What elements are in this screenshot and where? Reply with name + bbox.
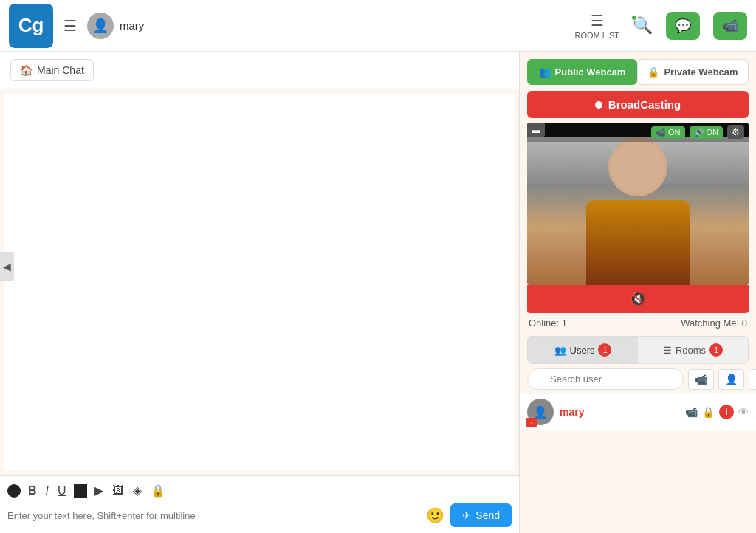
user-eye-icon[interactable]: 👁 bbox=[738, 406, 749, 418]
header: Cg ☰ 👤 mary ☰ ROOM LIST 🔍 💬 📹 bbox=[0, 0, 756, 52]
emoji-button[interactable]: 🙂 bbox=[426, 506, 444, 524]
user-lock-icon[interactable]: 🔒 bbox=[702, 406, 715, 418]
private-webcam-label: Private Webcam bbox=[664, 66, 738, 78]
flag-badge: 🍁 bbox=[526, 418, 537, 427]
chat-input-row: 🙂 ✈ Send bbox=[7, 503, 512, 527]
users-rooms-tabs: 👥 Users 1 ☰ Rooms 1 bbox=[527, 336, 749, 364]
rooms-badge: 1 bbox=[709, 343, 723, 357]
rooms-count: 1 bbox=[714, 345, 718, 354]
online-count: Online: 1 bbox=[529, 317, 567, 329]
users-icon: 👥 bbox=[554, 345, 566, 356]
room-list-label: ROOM LIST bbox=[574, 31, 619, 40]
right-panel: 👥 Public Webcam 🔒 Private Webcam BroadCa… bbox=[520, 52, 756, 533]
chat-area bbox=[4, 94, 515, 471]
broadcasting-label: BroadCasting bbox=[608, 98, 681, 111]
private-webcam-tab[interactable]: 🔒 Private Webcam bbox=[637, 59, 749, 85]
rooms-icon: ☰ bbox=[663, 345, 672, 356]
chat-toolbar: B I U ▶ 🖼 ◈ 🔒 bbox=[7, 482, 512, 499]
avatar: 👤 bbox=[87, 13, 114, 39]
stats-row: Online: 1 Watching Me: 0 bbox=[520, 313, 756, 333]
audio-on-button[interactable]: 🔊 ON bbox=[690, 126, 724, 139]
online-dot bbox=[630, 14, 638, 21]
public-webcam-label: Public Webcam bbox=[555, 66, 626, 78]
logo[interactable]: Cg bbox=[9, 4, 53, 48]
webcam-filter-button[interactable]: 📹 bbox=[688, 369, 714, 390]
room-list-icon: ☰ bbox=[591, 12, 604, 30]
sort-button[interactable]: ⇅ bbox=[749, 369, 756, 390]
image-button[interactable]: 🖼 bbox=[111, 483, 126, 499]
color-fill[interactable] bbox=[74, 484, 87, 498]
users-count: 1 bbox=[602, 345, 607, 354]
webcam-video bbox=[527, 137, 749, 285]
user-list-item: 👤 🍁 mary 📹 🔒 i 👁 bbox=[520, 394, 756, 430]
collapse-panel-button[interactable]: ◀ bbox=[0, 252, 14, 281]
search-wrapper: 🔍 bbox=[527, 368, 684, 390]
lock-webcam-icon: 🔒 bbox=[647, 66, 659, 78]
users-tab[interactable]: 👥 Users 1 bbox=[528, 337, 638, 363]
rooms-tab-label: Rooms bbox=[676, 345, 706, 356]
chat-tab-bar: 🏠 Main Chat bbox=[0, 52, 519, 89]
watching-count: Watching Me: 0 bbox=[681, 317, 747, 329]
user-list-actions: 📹 🔒 i 👁 bbox=[685, 405, 749, 419]
main-chat-tab[interactable]: 🏠 Main Chat bbox=[10, 59, 94, 81]
home-icon: 🏠 bbox=[20, 64, 32, 76]
webcam-mute-bar[interactable]: 🔇 bbox=[527, 285, 749, 313]
mute-icon: 🔇 bbox=[630, 292, 646, 306]
avatar-icon: 👤 bbox=[533, 405, 548, 419]
send-button[interactable]: ✈ Send bbox=[450, 503, 512, 527]
user-list-name: mary bbox=[560, 406, 679, 418]
broadcast-dot bbox=[595, 101, 602, 109]
video-on-button[interactable]: 📹 ON bbox=[651, 126, 685, 139]
chat-icon: 💬 bbox=[675, 18, 691, 34]
webcam-icon: 📹 bbox=[722, 18, 738, 34]
user-search-input[interactable] bbox=[527, 368, 684, 390]
user-profile-button[interactable]: 👤 bbox=[718, 369, 744, 390]
color-picker[interactable] bbox=[7, 484, 21, 498]
user-search-row: 🔍 📹 👤 ⇅ bbox=[520, 364, 756, 394]
lock-button[interactable]: 🔒 bbox=[149, 482, 167, 499]
main-chat-tab-label: Main Chat bbox=[37, 64, 84, 76]
user-webcam-icon[interactable]: 📹 bbox=[685, 406, 698, 418]
logo-text: Cg bbox=[18, 14, 44, 37]
public-webcam-icon: 👥 bbox=[539, 66, 551, 78]
bold-button[interactable]: B bbox=[27, 483, 38, 499]
user-info-button[interactable]: i bbox=[719, 405, 734, 419]
user-name: mary bbox=[120, 19, 144, 32]
send-label: Send bbox=[475, 509, 500, 521]
webcam-icon-button[interactable]: 📹 bbox=[713, 12, 747, 40]
broadcasting-bar[interactable]: BroadCasting bbox=[527, 91, 749, 118]
underline-button[interactable]: U bbox=[56, 483, 68, 499]
user-avatar: 👤 🍁 bbox=[527, 399, 554, 425]
main-layout: 🏠 Main Chat B I U ▶ 🖼 ◈ 🔒 🙂 bbox=[0, 52, 756, 533]
settings-icon: ⚙ bbox=[732, 127, 740, 137]
youtube-button[interactable]: ▶ bbox=[93, 482, 105, 499]
audio-icon: 🔊 bbox=[694, 128, 704, 137]
webcam-overlay-bar: 📹 ON 🔊 ON ⚙ bbox=[527, 123, 749, 142]
video-icon: 📹 bbox=[656, 128, 666, 137]
webcam-tabs: 👥 Public Webcam 🔒 Private Webcam bbox=[520, 52, 756, 85]
video-on-label: ON bbox=[668, 128, 681, 137]
left-panel: 🏠 Main Chat B I U ▶ 🖼 ◈ 🔒 🙂 bbox=[0, 52, 520, 533]
webcam-settings-button[interactable]: ⚙ bbox=[727, 125, 744, 139]
chat-icon-button[interactable]: 💬 bbox=[666, 12, 700, 40]
rooms-tab[interactable]: ☰ Rooms 1 bbox=[638, 337, 748, 363]
public-webcam-tab[interactable]: 👥 Public Webcam bbox=[527, 59, 637, 85]
send-icon: ✈ bbox=[462, 509, 471, 521]
chat-input-area: B I U ▶ 🖼 ◈ 🔒 🙂 ✈ Send bbox=[0, 475, 519, 533]
hamburger-icon[interactable]: ☰ bbox=[63, 17, 77, 35]
italic-button[interactable]: I bbox=[44, 483, 50, 499]
audio-on-label: ON bbox=[707, 128, 719, 137]
webcam-container: 📹 ON 🔊 ON ⚙ ▬ bbox=[527, 123, 749, 285]
webcam-collapse-button[interactable]: ▬ bbox=[527, 123, 545, 137]
header-right: ☰ ROOM LIST 🔍 💬 📹 bbox=[574, 12, 747, 40]
room-list-button[interactable]: ☰ ROOM LIST bbox=[574, 12, 619, 40]
users-tab-label: Users bbox=[570, 345, 595, 356]
chat-input[interactable] bbox=[7, 510, 420, 521]
users-badge: 1 bbox=[598, 343, 611, 357]
erase-button[interactable]: ◈ bbox=[131, 482, 143, 499]
